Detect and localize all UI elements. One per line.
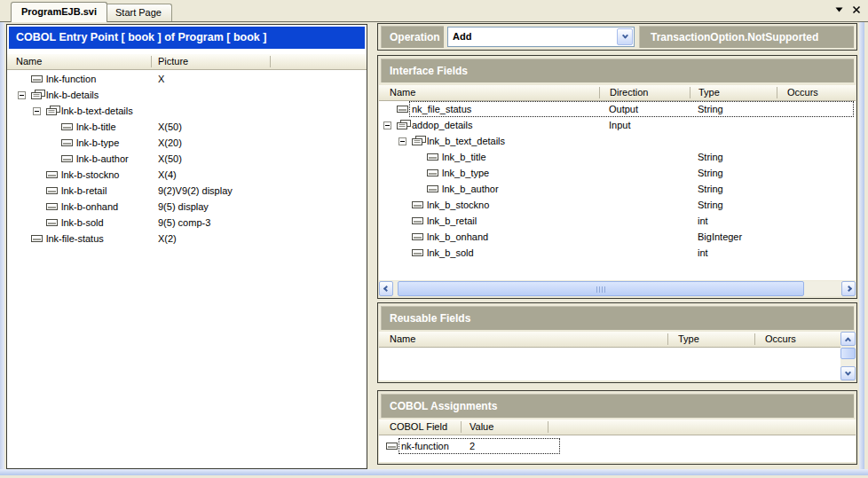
group-icon (397, 120, 411, 132)
tree-row[interactable]: lnk-b-typeX(20) (7, 135, 367, 151)
column-header-direction[interactable]: Direction (610, 85, 648, 100)
h-scrollbar[interactable] (379, 281, 856, 296)
scroll-left-button[interactable] (379, 281, 393, 296)
scroll-grip (596, 286, 605, 293)
row-name: lnk-b-text-details (61, 103, 133, 119)
tree-row[interactable]: lnk_b_onhandBigInteger (379, 229, 856, 245)
column-separator[interactable] (667, 333, 668, 345)
combo-dropdown-icon[interactable] (617, 28, 633, 45)
scroll-down-button[interactable] (840, 366, 856, 380)
tree-row[interactable]: lnk_b_titleString (379, 149, 856, 165)
field-icon (386, 441, 398, 453)
tree-row[interactable]: lnk-b-retail9(2)V9(2) display (7, 183, 367, 199)
column-header-name[interactable]: Name (390, 332, 415, 347)
tree-row[interactable]: lnk-b-stocknoX(4) (7, 167, 367, 183)
tree-row[interactable]: lnk_b_retailint (379, 213, 856, 229)
operation-select[interactable]: Add (447, 27, 635, 47)
tree-row[interactable]: lnk-b-authorX(50) (7, 151, 367, 167)
cell-direction: Output (609, 101, 638, 117)
row-name: lnk-function (46, 71, 96, 87)
operation-bar: Operation Add TransactionOption.NotSuppo… (377, 23, 857, 51)
scroll-up-button[interactable] (840, 332, 856, 346)
column-header-occurs[interactable]: Occurs (787, 85, 818, 100)
tree-row[interactable]: lnk-b-details (7, 87, 367, 103)
tree-row[interactable]: nk_file_statusOutputString (379, 101, 856, 117)
document-tabstrip: ProgramEJB.svi Start Page (0, 0, 868, 22)
column-header-picture[interactable]: Picture (158, 54, 188, 69)
group-icon (412, 136, 426, 148)
tree-row[interactable]: lnk_b_stocknoString (379, 197, 856, 213)
field-icon (412, 231, 424, 244)
column-separator[interactable] (270, 56, 271, 67)
column-separator[interactable] (777, 87, 777, 98)
splitter-left[interactable] (0, 22, 4, 469)
row-name: lnk_b_text_details (427, 133, 505, 149)
tab-programejb[interactable]: ProgramEJB.svi (11, 2, 107, 22)
close-icon[interactable] (852, 5, 861, 14)
cell-picture: X(50) (158, 119, 182, 135)
column-header-cobol-field[interactable]: COBOL Field (390, 419, 447, 435)
v-scrollbar[interactable] (840, 332, 856, 380)
tree-row[interactable]: lnk-file-statusX(2) (7, 231, 367, 247)
tree-row[interactable]: nk-function2 (379, 438, 856, 454)
column-separator[interactable] (690, 87, 690, 98)
cell-type: int (698, 213, 708, 229)
cobol-assignments-table: nk-function2 (379, 435, 856, 462)
cell-picture: X (158, 71, 164, 87)
interface-fields-section: Interface Fields Name Direction Type Occ… (377, 55, 857, 299)
field-icon (46, 169, 59, 182)
column-header-name[interactable]: Name (390, 85, 415, 100)
expand-minus-icon[interactable] (383, 121, 391, 131)
expand-minus-icon[interactable] (18, 90, 26, 101)
row-name: nk_file_status (412, 101, 471, 117)
cobol-assignments-section: COBOL Assignments COBOL Field Value nk-f… (377, 390, 857, 465)
tree-row[interactable]: lnk-b-text-details (7, 103, 367, 119)
field-icon (31, 74, 43, 86)
column-header-value[interactable]: Value (470, 419, 493, 435)
tree-row[interactable]: lnk-b-titleX(50) (7, 119, 367, 135)
expand-minus-icon[interactable] (398, 137, 406, 147)
reusable-fields-table (379, 348, 840, 380)
column-separator[interactable] (151, 56, 152, 67)
row-name: lnk_b_onhand (427, 229, 488, 245)
column-separator[interactable] (548, 421, 548, 433)
column-separator[interactable] (461, 421, 462, 433)
cobol-entry-tree: lnk-functionXlnk-b-detailslnk-b-text-det… (7, 71, 367, 468)
row-name: lnk-b-details (46, 87, 99, 103)
interface-fields-table: nk_file_statusOutputStringaddop_detailsI… (379, 101, 856, 280)
column-header-type[interactable]: Type (678, 332, 699, 347)
h-scroll-thumb[interactable] (398, 281, 804, 296)
column-header-name[interactable]: Name (16, 54, 42, 69)
column-header-occurs[interactable]: Occurs (765, 332, 796, 347)
cell-type: String (698, 181, 723, 197)
tree-row[interactable]: lnk_b_authorString (379, 181, 856, 197)
column-separator[interactable] (754, 333, 755, 345)
scroll-right-button[interactable] (841, 281, 856, 296)
tree-row[interactable]: lnk-b-onhand9(5) display (7, 199, 367, 215)
tree-row[interactable]: lnk-b-sold9(5) comp-3 (7, 215, 367, 231)
cell-picture: 9(5) display (158, 199, 209, 215)
tree-row[interactable]: lnk_b_typeString (379, 165, 856, 181)
tree-row[interactable]: lnk-functionX (7, 71, 367, 87)
tree-row[interactable]: lnk_b_soldint (379, 245, 856, 261)
column-separator[interactable] (599, 87, 600, 98)
group-icon (46, 106, 60, 118)
row-name: lnk_b_title (442, 149, 486, 165)
tab-label: Start Page (115, 7, 162, 18)
row-name: lnk_b_stockno (427, 197, 489, 213)
operation-label: Operation (381, 26, 444, 48)
chevron-down-icon[interactable] (835, 7, 843, 12)
tab-start-page[interactable]: Start Page (105, 4, 172, 22)
transaction-option-label: TransactionOption.NotSupported (639, 26, 854, 48)
row-name: lnk_b_author (442, 181, 499, 197)
row-name: addop_details (412, 117, 473, 133)
v-scroll-thumb[interactable] (840, 348, 856, 359)
field-icon (427, 152, 439, 164)
column-header-type[interactable]: Type (698, 85, 720, 100)
cell-type: String (698, 149, 723, 165)
tree-row[interactable]: addop_detailsInput (379, 117, 856, 133)
tree-row[interactable]: lnk_b_text_details (379, 133, 856, 149)
row-name: lnk_b_retail (427, 213, 477, 229)
row-name: lnk-b-author (76, 151, 129, 167)
expand-minus-icon[interactable] (33, 106, 41, 117)
